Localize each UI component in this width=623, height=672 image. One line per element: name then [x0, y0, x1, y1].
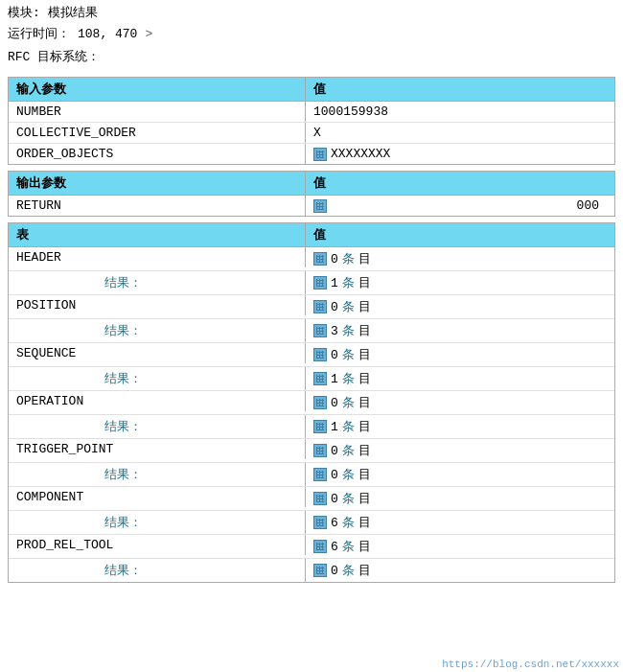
table-val-operation: 0 条 目 [306, 391, 614, 414]
table-subval-trigger: 0 条 目 [306, 463, 614, 486]
grid-icon-prod[interactable] [313, 540, 327, 553]
grid-icon-order[interactable] [313, 148, 327, 161]
sequence-sub-text: 条 [342, 370, 355, 387]
output-col-value: 值 [306, 172, 614, 195]
table-name-prod: PROD_REL_TOOL [9, 535, 306, 555]
runtime-row: 运行时间： 108, 470 > [8, 25, 615, 42]
operation-sub-char: 目 [358, 418, 371, 435]
table-subval-sequence: 1 条 目 [306, 367, 614, 390]
output-row-return: RETURN 000 [9, 196, 614, 216]
input-params-section: 输入参数 值 NUMBER 1000159938 COLLECTIVE_ORDE… [8, 77, 615, 165]
grid-icon-component-sub[interactable] [313, 516, 327, 529]
table-sub-component: 结果： 6 条 目 [9, 511, 614, 535]
table-row-component: COMPONENT 0 条 目 [9, 487, 614, 511]
table-sub-prod: 结果： 0 条 目 [9, 559, 614, 582]
table-row-prod: PROD_REL_TOOL 6 条 目 [9, 535, 614, 559]
component-sub-char: 目 [358, 514, 371, 531]
position-sub-text: 条 [342, 322, 355, 339]
grid-icon-return[interactable] [313, 199, 327, 213]
position-sub-num: 3 [331, 324, 338, 338]
grid-icon-position[interactable] [313, 300, 327, 313]
input-row-order-objects: ORDER_OBJECTS XXXXXXXX [9, 144, 614, 164]
table-subname-component: 结果： [9, 511, 306, 534]
operation-num: 0 [331, 396, 338, 410]
table-name-sequence: SEQUENCE [9, 343, 306, 363]
header-char: 目 [358, 250, 371, 267]
table-section: 表 值 HEADER 0 条 目 结果： 1 条 目 POSITION 0 条 … [8, 222, 615, 583]
watermark: https://blog.csdn.net/xxxxxx [442, 659, 619, 670]
prod-char: 目 [358, 538, 371, 555]
header-sub-text: 条 [342, 274, 355, 291]
table-name-trigger: TRIGGER_POINT [9, 439, 306, 459]
position-num: 0 [331, 300, 338, 314]
sequence-text: 条 [342, 346, 355, 363]
table-col-value: 值 [306, 223, 614, 246]
table-sub-operation: 结果： 1 条 目 [9, 415, 614, 439]
table-subval-component: 6 条 目 [306, 511, 614, 534]
grid-icon-header-sub[interactable] [313, 276, 327, 290]
position-text: 条 [342, 298, 355, 315]
output-params-section: 输出参数 值 RETURN 000 [8, 171, 615, 217]
input-col-label: 输入参数 [9, 78, 306, 101]
trigger-sub-text: 条 [342, 466, 355, 483]
sequence-num: 0 [331, 348, 338, 362]
position-char: 目 [358, 298, 371, 315]
grid-icon-component[interactable] [313, 492, 327, 505]
table-row-trigger: TRIGGER_POINT 0 条 目 [9, 439, 614, 463]
table-subval-prod: 0 条 目 [306, 559, 614, 582]
component-num: 0 [331, 492, 338, 506]
operation-sub-num: 1 [331, 420, 338, 434]
grid-icon-position-sub[interactable] [313, 324, 327, 337]
operation-char: 目 [358, 394, 371, 411]
table-val-trigger: 0 条 目 [306, 439, 614, 462]
prod-num: 6 [331, 540, 338, 554]
header-text: 条 [342, 250, 355, 267]
input-row-number: NUMBER 1000159938 [9, 102, 614, 123]
operation-text: 条 [342, 394, 355, 411]
return-value: 000 [577, 198, 599, 213]
table-name-component: COMPONENT [9, 487, 306, 507]
sequence-sub-num: 1 [331, 372, 338, 386]
runtime-value: 108, 470 [78, 27, 137, 41]
trigger-sub-num: 0 [331, 468, 338, 482]
component-text: 条 [342, 490, 355, 507]
table-row-sequence: SEQUENCE 0 条 目 [9, 343, 614, 367]
grid-icon-trigger[interactable] [313, 444, 327, 457]
position-sub-char: 目 [358, 322, 371, 339]
header-num: 0 [331, 252, 338, 266]
table-sub-trigger: 结果： 0 条 目 [9, 463, 614, 487]
table-val-prod: 6 条 目 [306, 535, 614, 558]
table-subname-operation: 结果： [9, 415, 306, 438]
table-val-position: 0 条 目 [306, 295, 614, 318]
output-col-label: 输出参数 [9, 172, 306, 195]
table-header: 表 值 [9, 223, 614, 247]
order-objects-value: XXXXXXXX [331, 147, 390, 161]
table-subname-header: 结果： [9, 271, 306, 294]
table-val-component: 0 条 目 [306, 487, 614, 510]
table-name-header: HEADER [9, 247, 306, 267]
grid-icon-sequence-sub[interactable] [313, 372, 327, 385]
grid-icon-operation[interactable] [313, 396, 327, 409]
component-sub-num: 6 [331, 516, 338, 530]
input-name-collective: COLLECTIVE_ORDER [9, 123, 306, 143]
table-name-position: POSITION [9, 295, 306, 315]
runtime-arrow: > [145, 27, 152, 41]
prod-text: 条 [342, 538, 355, 555]
prod-sub-char: 目 [358, 562, 371, 579]
table-subname-position: 结果： [9, 319, 306, 342]
grid-icon-trigger-sub[interactable] [313, 468, 327, 481]
input-val-collective: X [306, 123, 614, 143]
table-row-operation: OPERATION 0 条 目 [9, 391, 614, 415]
prod-sub-num: 0 [331, 564, 338, 578]
grid-icon-operation-sub[interactable] [313, 420, 327, 433]
sequence-sub-char: 目 [358, 370, 371, 387]
output-params-header: 输出参数 值 [9, 172, 614, 196]
grid-icon-sequence[interactable] [313, 348, 327, 361]
sequence-char: 目 [358, 346, 371, 363]
input-name-number: NUMBER [9, 102, 306, 122]
grid-icon-header[interactable] [313, 252, 327, 266]
grid-icon-prod-sub[interactable] [313, 564, 327, 577]
input-row-collective: COLLECTIVE_ORDER X [9, 123, 614, 144]
trigger-char: 目 [358, 442, 371, 459]
table-subval-operation: 1 条 目 [306, 415, 614, 438]
